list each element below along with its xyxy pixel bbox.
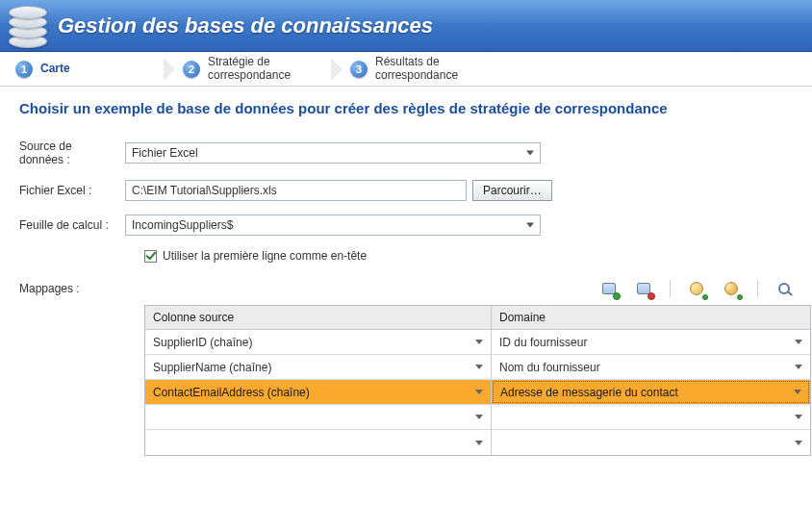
source-cell[interactable]: SupplierID (chaîne) <box>145 330 492 354</box>
grid-row[interactable] <box>145 430 810 455</box>
domain-cell[interactable]: ID du fournisseur <box>492 330 810 354</box>
data-source-label: Source de données : <box>19 139 125 166</box>
excel-file-value: C:\EIM Tutorial\Suppliers.xls <box>132 184 277 197</box>
add-mapping-icon[interactable] <box>600 280 618 297</box>
chevron-right-icon <box>331 58 343 81</box>
step-number: 1 <box>15 61 33 78</box>
browse-button[interactable]: Parcourir… <box>472 180 552 201</box>
create-composite-domain-icon[interactable] <box>723 280 740 297</box>
chevron-down-icon <box>475 441 483 445</box>
remove-mapping-icon[interactable] <box>635 280 652 297</box>
chevron-down-icon <box>795 441 802 445</box>
preview-icon[interactable] <box>775 280 793 297</box>
worksheet-value: IncomingSuppliers$ <box>132 218 233 232</box>
chevron-right-icon <box>164 58 175 81</box>
excel-file-label: Fichier Excel : <box>19 184 125 197</box>
worksheet-combo[interactable]: IncomingSuppliers$ <box>125 215 541 236</box>
excel-file-input[interactable]: C:\EIM Tutorial\Suppliers.xls <box>125 180 467 201</box>
chevron-down-icon <box>475 365 483 369</box>
mappings-toolbar <box>600 280 793 297</box>
grid-row-active[interactable]: ContactEmailAddress (chaîne) Adresse de … <box>145 380 810 405</box>
source-cell[interactable]: SupplierName (chaîne) <box>145 355 492 379</box>
wizard-step-carte[interactable]: 1 Carte <box>10 57 164 82</box>
grid-header: Colonne source Domaine <box>145 306 810 330</box>
data-source-combo[interactable]: Fichier Excel <box>125 142 541 164</box>
mappings-grid: Colonne source Domaine SupplierID (chaîn… <box>144 305 811 456</box>
chevron-down-icon <box>795 365 802 369</box>
chevron-down-icon <box>475 340 483 344</box>
domain-cell[interactable] <box>492 405 810 429</box>
step-number: 3 <box>350 61 368 78</box>
step-number: 2 <box>183 61 200 78</box>
mappings-label: Mappages : <box>19 280 125 295</box>
domain-cell[interactable]: Adresse de messagerie du contact <box>493 381 809 403</box>
wizard-step-strategie[interactable]: 2 Stratégie de correspondance <box>177 52 331 85</box>
create-domain-icon[interactable] <box>688 280 705 297</box>
app-title: Gestion des bases de connaissances <box>58 13 433 38</box>
first-row-header-checkbox[interactable] <box>144 250 157 263</box>
chevron-down-icon <box>795 415 802 419</box>
app-header: Gestion des bases de connaissances <box>0 0 812 52</box>
col-header-domain[interactable]: Domaine <box>492 306 810 329</box>
worksheet-label: Feuille de calcul : <box>19 218 125 232</box>
chevron-down-icon <box>794 390 801 394</box>
toolbar-separator <box>670 280 671 297</box>
source-cell[interactable] <box>145 430 492 455</box>
source-cell[interactable] <box>145 405 492 429</box>
grid-row[interactable]: SupplierID (chaîne) ID du fournisseur <box>145 330 810 355</box>
page-subheading: Choisir un exemple de base de données po… <box>19 100 793 116</box>
grid-row[interactable] <box>145 405 810 430</box>
step-label: Résultats de correspondance <box>375 56 458 81</box>
step-label: Stratégie de correspondance <box>208 56 291 81</box>
wizard-steps: 1 Carte 2 Stratégie de correspondance 3 … <box>0 52 812 87</box>
chevron-down-icon <box>795 340 802 344</box>
chevron-down-icon <box>526 151 534 156</box>
chevron-down-icon <box>475 390 483 394</box>
col-header-source[interactable]: Colonne source <box>145 306 492 329</box>
step-label: Carte <box>40 63 70 75</box>
first-row-header-label: Utiliser la première ligne comme en-tête <box>163 249 367 263</box>
source-cell[interactable]: ContactEmailAddress (chaîne) <box>145 380 492 404</box>
grid-row[interactable]: SupplierName (chaîne) Nom du fournisseur <box>145 355 810 380</box>
chevron-down-icon <box>475 415 483 419</box>
chevron-down-icon <box>526 223 534 228</box>
wizard-step-resultats[interactable]: 3 Résultats de correspondance <box>344 52 498 85</box>
data-source-value: Fichier Excel <box>132 146 198 160</box>
database-icon <box>6 2 52 48</box>
domain-cell[interactable]: Nom du fournisseur <box>492 355 810 379</box>
toolbar-separator <box>757 280 758 297</box>
domain-cell[interactable] <box>492 430 810 455</box>
